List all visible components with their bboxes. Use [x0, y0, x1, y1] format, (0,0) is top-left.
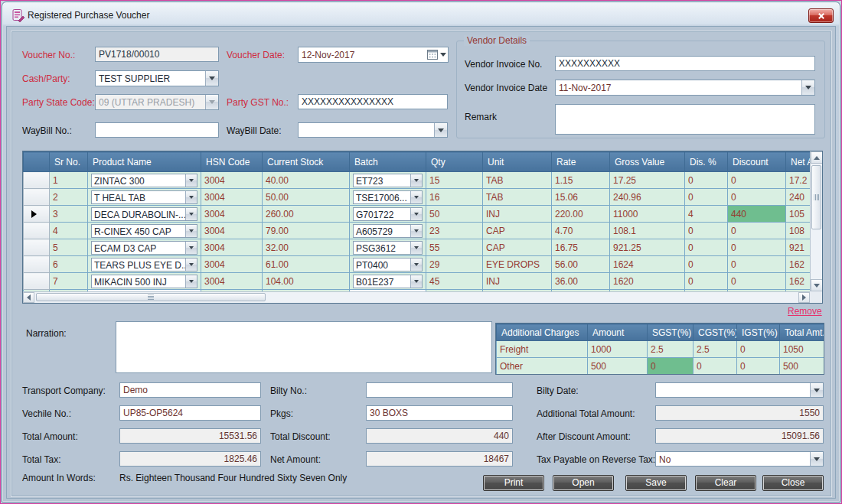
- cell-product[interactable]: T HEAL TAB: [88, 189, 201, 206]
- cell-stock[interactable]: 50.00: [263, 189, 350, 206]
- print-button[interactable]: Print: [483, 475, 544, 491]
- cash-party-combo[interactable]: TEST SUPPLIER: [95, 70, 219, 86]
- charges-cell[interactable]: 1000: [588, 341, 648, 358]
- cell-dis_pct[interactable]: 4: [685, 206, 728, 223]
- cell-dis_pct[interactable]: 0: [685, 256, 728, 273]
- cell-hsn[interactable]: 3004: [201, 206, 263, 223]
- cell-batch[interactable]: G701722: [350, 206, 426, 223]
- narration-field[interactable]: [116, 321, 492, 373]
- cell-net[interactable]: 108: [786, 223, 812, 239]
- net-amount-field[interactable]: [366, 451, 513, 467]
- total-discount-field[interactable]: [366, 428, 513, 444]
- cell-product[interactable]: MIKACIN 500 INJ: [88, 273, 201, 290]
- cell-hsn[interactable]: 3004: [201, 189, 263, 206]
- cell-rate[interactable]: 56.00: [552, 256, 610, 273]
- cell-net[interactable]: 105: [786, 206, 812, 223]
- column-header[interactable]: Product Name: [88, 152, 201, 172]
- bilty-no-field[interactable]: [366, 382, 513, 398]
- cell-sr[interactable]: 4: [50, 223, 88, 239]
- column-header[interactable]: Discount: [728, 152, 786, 172]
- cell-hsn[interactable]: 3004: [201, 223, 263, 239]
- charges-cell[interactable]: 0: [694, 358, 737, 375]
- cell-hsn[interactable]: 3004: [201, 256, 263, 273]
- cell-gross[interactable]: 11000: [610, 206, 685, 223]
- cell-discount[interactable]: 0: [728, 172, 786, 189]
- cell-unit[interactable]: TAB: [483, 172, 552, 189]
- scroll-right-button[interactable]: [798, 292, 810, 303]
- cell-rate[interactable]: 15.06: [552, 189, 610, 206]
- cell-stock[interactable]: 79.00: [263, 223, 350, 239]
- cell-batch[interactable]: PSG3612: [350, 239, 426, 256]
- cell-batch[interactable]: TSE17006...: [350, 189, 426, 206]
- cell-stock[interactable]: 32.00: [263, 239, 350, 256]
- cell-product[interactable]: ZINTAC 300: [88, 172, 201, 189]
- row-selector[interactable]: [24, 189, 50, 206]
- cell-stock[interactable]: 61.00: [263, 256, 350, 273]
- row-selector[interactable]: [24, 206, 50, 223]
- charges-column-header[interactable]: Additional Charges: [497, 324, 588, 341]
- party-gst-field[interactable]: [298, 94, 448, 109]
- charges-cell[interactable]: 2.5: [648, 341, 694, 358]
- column-header[interactable]: Qty: [426, 152, 483, 172]
- cell-hsn[interactable]: 3004: [201, 273, 263, 290]
- column-header[interactable]: Dis. %: [685, 152, 728, 172]
- charges-cell[interactable]: 500: [588, 358, 648, 375]
- cell-stock[interactable]: 104.00: [263, 273, 350, 290]
- charges-cell[interactable]: Other: [497, 358, 588, 375]
- charges-cell[interactable]: 1050: [780, 341, 824, 358]
- charges-column-header[interactable]: Total Amt.: [780, 324, 824, 341]
- scroll-up-button[interactable]: [811, 151, 823, 164]
- cell-stock[interactable]: 260.00: [263, 206, 350, 223]
- cell-qty[interactable]: 15: [426, 172, 483, 189]
- charges-column-header[interactable]: SGST(%): [648, 324, 694, 341]
- cell-discount[interactable]: 440: [728, 206, 786, 223]
- cell-discount[interactable]: 0: [728, 256, 786, 273]
- cell-dis_pct[interactable]: 0: [685, 273, 728, 290]
- cell-qty[interactable]: 29: [426, 256, 483, 273]
- cell-product[interactable]: R-CINEX 450 CAP: [88, 223, 201, 239]
- cell-qty[interactable]: 50: [426, 206, 483, 223]
- column-header[interactable]: Current Stock: [263, 152, 350, 172]
- cell-discount[interactable]: 0: [728, 223, 786, 239]
- cell-gross[interactable]: 1624: [610, 256, 685, 273]
- scroll-down-button[interactable]: [811, 279, 823, 291]
- cell-rate[interactable]: 16.75: [552, 239, 610, 256]
- cell-dis_pct[interactable]: 0: [685, 223, 728, 239]
- charges-cell[interactable]: 0: [648, 358, 694, 375]
- vendor-invoice-date-combo[interactable]: 11-Nov-2017: [555, 80, 815, 96]
- vechile-no-field[interactable]: [119, 405, 261, 421]
- row-selector[interactable]: [24, 172, 50, 189]
- charges-column-header[interactable]: IGST(%): [737, 324, 780, 341]
- cell-gross[interactable]: 1620: [610, 273, 685, 290]
- remark-field[interactable]: [555, 104, 815, 135]
- cell-unit[interactable]: INJ: [483, 273, 552, 290]
- column-header[interactable]: HSN Code: [201, 152, 263, 172]
- after-discount-field[interactable]: [655, 428, 824, 444]
- voucher-no-field[interactable]: [95, 47, 219, 62]
- cell-discount[interactable]: 0: [728, 273, 786, 290]
- cell-gross[interactable]: 921.25: [610, 239, 685, 256]
- cell-gross[interactable]: 240.96: [610, 189, 685, 206]
- row-selector[interactable]: [24, 223, 50, 239]
- scroll-left-button[interactable]: [23, 292, 34, 303]
- horizontal-scroll-thumb[interactable]: [36, 293, 266, 301]
- cell-hsn[interactable]: 3004: [201, 239, 263, 256]
- cell-unit[interactable]: CAP: [483, 223, 552, 239]
- cell-dis_pct[interactable]: 0: [685, 172, 728, 189]
- cell-product[interactable]: DECA DURABOLIN-...: [88, 206, 201, 223]
- vendor-invoice-no-field[interactable]: [555, 56, 815, 71]
- waybill-no-field[interactable]: [95, 122, 219, 138]
- cell-dis_pct[interactable]: 0: [685, 239, 728, 256]
- cell-qty[interactable]: 55: [426, 239, 483, 256]
- charges-cell[interactable]: 0: [737, 341, 780, 358]
- cell-rate[interactable]: 220.00: [552, 206, 610, 223]
- cell-net[interactable]: 162: [786, 273, 812, 290]
- cell-unit[interactable]: CAP: [483, 239, 552, 256]
- cell-net[interactable]: 17.2: [786, 172, 812, 189]
- column-header[interactable]: Rate: [552, 152, 610, 172]
- cell-product[interactable]: ECAM D3 CAP: [88, 239, 201, 256]
- cell-sr[interactable]: 3: [50, 206, 88, 223]
- column-header[interactable]: Net Amt.: [786, 152, 812, 172]
- additional-total-field[interactable]: [655, 405, 824, 421]
- cell-sr[interactable]: 2: [50, 189, 88, 206]
